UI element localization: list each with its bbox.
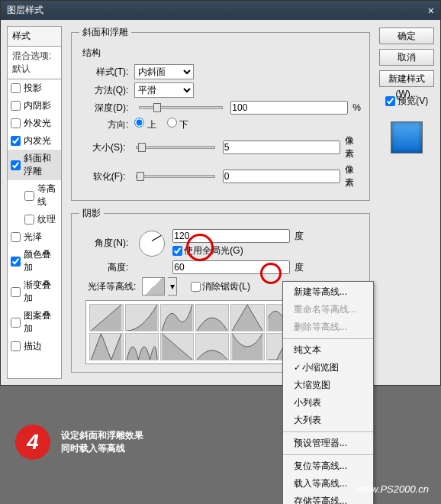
size-slider[interactable]	[136, 146, 214, 149]
right-column: 确定 取消 新建样式(W)... 预览(V)	[379, 26, 434, 379]
angle-label: 角度(N):	[79, 237, 128, 250]
ctx-small-list[interactable]: 小列表	[283, 394, 373, 412]
antialias-checkbox[interactable]: 消除锯齿(L)	[191, 280, 250, 293]
structure-label: 结构	[82, 47, 362, 60]
style-item-0[interactable]: 投影	[8, 79, 61, 97]
contour-preset-1[interactable]	[125, 304, 159, 331]
depth-input[interactable]	[230, 101, 348, 115]
ctx-reset-contours[interactable]: 复位等高线...	[283, 457, 373, 475]
styles-header: 样式	[8, 27, 61, 47]
style-item-2[interactable]: 外发光	[8, 115, 61, 132]
direction-label: 方向:	[79, 118, 128, 131]
soften-label: 软化(F):	[79, 170, 125, 183]
altitude-label: 高度:	[79, 261, 128, 274]
contour-preset-3[interactable]	[195, 304, 229, 331]
shading-legend: 阴影	[79, 207, 104, 220]
contour-preset-9[interactable]	[160, 333, 194, 360]
ctx-large-list[interactable]: 大列表	[283, 412, 373, 429]
technique-select[interactable]: 平滑	[134, 82, 194, 98]
watermark: www.PS2000.cn	[356, 483, 429, 495]
soften-input[interactable]	[223, 170, 340, 183]
size-input[interactable]	[223, 141, 340, 154]
dialog-title: 图层样式	[7, 4, 43, 17]
contour-preset-4[interactable]	[230, 304, 264, 331]
size-unit: 像素	[345, 134, 362, 160]
contour-context-menu: 新建等高线... 重命名等高线... 删除等高线... 纯文本 小缩览图 大缩览…	[282, 281, 374, 504]
ctx-delete-contour: 删除等高线...	[283, 318, 373, 336]
size-label: 大小(S):	[79, 141, 125, 154]
new-style-button[interactable]: 新建样式(W)...	[379, 70, 434, 87]
style-item-7[interactable]: 光泽	[8, 228, 61, 246]
style-item-9[interactable]: 渐变叠加	[8, 276, 61, 307]
preview-checkbox[interactable]: 预览(V)	[379, 95, 434, 108]
ctx-preset-manager[interactable]: 预设管理器...	[283, 435, 373, 452]
bevel-legend: 斜面和浮雕	[79, 26, 131, 39]
ok-button[interactable]: 确定	[379, 27, 434, 44]
blend-options[interactable]: 混合选项:默认	[8, 47, 61, 79]
depth-unit: %	[352, 102, 361, 113]
titlebar[interactable]: 图层样式 ×	[1, 1, 440, 20]
layer-style-dialog: 图层样式 × 样式 混合选项:默认 投影内阴影外发光内发光斜面和浮雕等高线纹理光…	[0, 0, 441, 386]
gloss-contour-dropdown[interactable]: ▾	[168, 277, 177, 296]
ctx-large-thumb[interactable]: 大缩览图	[283, 376, 373, 394]
soften-unit: 像素	[345, 163, 362, 189]
step-line2: 同时载入等高线	[61, 442, 143, 455]
style-item-11[interactable]: 描边	[8, 338, 61, 355]
cancel-button[interactable]: 取消	[379, 49, 434, 66]
style-select[interactable]: 内斜面	[134, 64, 194, 79]
styles-panel: 样式 混合选项:默认 投影内阴影外发光内发光斜面和浮雕等高线纹理光泽颜色叠加渐变…	[7, 26, 62, 379]
angle-dial[interactable]	[139, 231, 165, 257]
contour-preset-11[interactable]	[230, 333, 264, 360]
contour-preset-0[interactable]	[89, 304, 123, 331]
style-item-1[interactable]: 内阴影	[8, 97, 61, 115]
ctx-new-contour[interactable]: 新建等高线...	[283, 283, 373, 301]
close-icon[interactable]: ×	[428, 5, 434, 17]
tutorial-step: 4 设定斜面和浮雕效果 同时载入等高线	[15, 425, 143, 460]
ctx-rename-contour: 重命名等高线...	[283, 301, 373, 318]
style-item-6[interactable]: 纹理	[8, 211, 61, 228]
style-label: 样式(T):	[79, 66, 128, 79]
gloss-contour-label: 光泽等高线:	[79, 280, 136, 293]
depth-label: 深度(D):	[79, 102, 128, 115]
style-item-8[interactable]: 颜色叠加	[8, 246, 61, 276]
contour-preset-10[interactable]	[195, 333, 229, 360]
style-item-5[interactable]: 等高线	[8, 180, 61, 211]
bevel-group: 斜面和浮雕 结构 样式(T): 内斜面 方法(Q): 平滑 深度(D): %	[71, 26, 370, 201]
dir-down-radio[interactable]: 下	[167, 118, 188, 131]
contour-preset-7[interactable]	[89, 333, 123, 360]
technique-label: 方法(Q):	[79, 84, 128, 97]
depth-slider[interactable]	[139, 106, 223, 109]
global-light-checkbox[interactable]: 使用全局光(G)	[172, 244, 304, 257]
angle-input[interactable]	[172, 229, 290, 243]
style-item-10[interactable]: 图案叠加	[8, 307, 61, 338]
contour-preset-2[interactable]	[160, 304, 194, 331]
contour-preset-8[interactable]	[125, 333, 159, 360]
ctx-text-only[interactable]: 纯文本	[283, 341, 373, 359]
soften-slider[interactable]	[136, 175, 214, 178]
ctx-small-thumb[interactable]: 小缩览图	[283, 359, 373, 376]
dir-up-radio[interactable]: 上	[134, 118, 156, 131]
style-item-3[interactable]: 内发光	[8, 132, 61, 150]
preview-swatch	[391, 121, 423, 153]
altitude-input[interactable]	[172, 260, 290, 274]
gloss-contour-picker[interactable]	[142, 277, 165, 296]
step-number: 4	[15, 425, 50, 460]
style-item-4[interactable]: 斜面和浮雕	[8, 150, 61, 180]
step-line1: 设定斜面和浮雕效果	[61, 429, 143, 442]
